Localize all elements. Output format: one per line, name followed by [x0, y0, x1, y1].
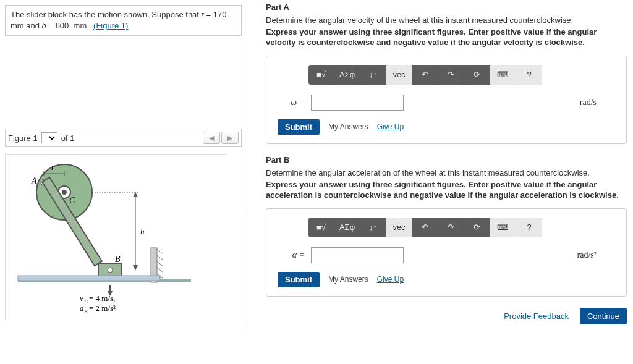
svg-line-2: [157, 249, 163, 254]
my-answers-a[interactable]: My Answers: [328, 122, 368, 131]
part-b-instruction1: Determine the angular acceleration of th…: [266, 168, 627, 177]
part-b-answer-area: ■√ ΑΣφ ↓↑ vec ↶ ↷ ⟳ ⌨ ? α = rad/s² Submi…: [266, 208, 627, 297]
label-A: A: [31, 176, 37, 185]
problem-text: The slider block has the motion shown. S…: [11, 10, 202, 19]
provide-feedback-link[interactable]: Provide Feedback: [504, 311, 569, 321]
greek-tool-b[interactable]: ΑΣφ: [334, 218, 360, 237]
svg-marker-18: [133, 192, 138, 197]
h-eq: h: [42, 21, 46, 30]
toolbar-a: ■√ ΑΣφ ↓↑ vec ↶ ↷ ⟳ ⌨ ?: [308, 65, 542, 85]
omega-unit: rad/s: [580, 98, 597, 108]
svg-point-9: [62, 190, 67, 195]
help-tool-b[interactable]: ?: [516, 218, 542, 237]
help-tool[interactable]: ?: [516, 65, 542, 85]
redo-tool[interactable]: ↷: [438, 65, 464, 85]
part-a-instruction2: Express your answer using three signific…: [266, 27, 627, 48]
svg-rect-27: [18, 276, 160, 281]
undo-tool[interactable]: ↶: [412, 65, 438, 85]
toolbar-b: ■√ ΑΣφ ↓↑ vec ↶ ↷ ⟳ ⌨ ?: [308, 218, 542, 237]
subsup-tool-b[interactable]: ↓↑: [360, 218, 386, 237]
vb-label: v: [80, 294, 83, 303]
keyboard-tool[interactable]: ⌨: [490, 65, 516, 85]
undo-tool-b[interactable]: ↶: [412, 218, 438, 237]
prev-figure-button[interactable]: ◀: [203, 132, 220, 144]
and: and: [26, 21, 41, 30]
greek-tool[interactable]: ΑΣφ: [334, 65, 360, 85]
reset-tool-b[interactable]: ⟳: [464, 218, 490, 237]
svg-line-5: [157, 268, 163, 273]
omega-label: ω =: [278, 98, 305, 108]
part-a-section: Part A Determine the angular velocity of…: [266, 2, 627, 144]
alpha-label: α =: [278, 250, 305, 260]
alpha-unit: rad/s²: [577, 250, 597, 260]
template-tool[interactable]: ■√: [308, 65, 334, 85]
svg-text:= 2 m/s²: = 2 m/s²: [89, 303, 116, 313]
problem-statement: The slider block has the motion shown. S…: [5, 5, 242, 36]
part-b-section: Part B Determine the angular acceleratio…: [266, 155, 627, 297]
continue-button[interactable]: Continue: [580, 308, 627, 324]
part-b-title: Part B: [266, 155, 627, 164]
vec-tool-b[interactable]: vec: [386, 218, 412, 237]
svg-text:B: B: [84, 308, 88, 315]
figure-select[interactable]: [41, 132, 57, 143]
part-a-instruction1: Determine the angular velocity of the wh…: [266, 15, 627, 25]
part-a-title: Part A: [266, 2, 627, 12]
vec-tool[interactable]: vec: [386, 65, 412, 85]
label-C: C: [69, 196, 75, 205]
redo-tool-b[interactable]: ↷: [438, 218, 464, 237]
give-up-a[interactable]: Give Up: [377, 122, 404, 131]
ab-label: a: [80, 303, 84, 313]
template-tool-b[interactable]: ■√: [308, 218, 334, 237]
svg-line-4: [157, 261, 163, 266]
svg-text:= 4 m/s,: = 4 m/s,: [89, 294, 115, 303]
label-h: h: [140, 227, 145, 236]
give-up-b[interactable]: Give Up: [377, 275, 404, 284]
subsup-tool[interactable]: ↓↑: [360, 65, 386, 85]
figure-label: Figure 1: [8, 133, 38, 143]
omega-input[interactable]: [311, 95, 404, 111]
part-b-instruction2: Express your answer using three signific…: [266, 180, 627, 201]
reset-tool[interactable]: ⟳: [464, 65, 490, 85]
keyboard-tool-b[interactable]: ⌨: [490, 218, 516, 237]
r-eq: r: [202, 10, 204, 19]
submit-b-button[interactable]: Submit: [278, 272, 320, 287]
period: .: [89, 21, 93, 30]
svg-point-16: [108, 268, 113, 273]
footer: Provide Feedback Continue: [266, 308, 627, 324]
next-figure-button[interactable]: ▶: [221, 132, 239, 144]
figure-image: A C r B h v B = 4 m/s, a B = 2 m/: [5, 154, 227, 321]
label-B: B: [115, 255, 121, 264]
my-answers-b[interactable]: My Answers: [328, 275, 368, 284]
svg-text:B: B: [84, 298, 88, 305]
figure-nav: Figure 1 of 1 ◀ ▶: [5, 129, 242, 147]
alpha-input[interactable]: [311, 247, 404, 263]
svg-line-3: [157, 255, 163, 260]
figure-link[interactable]: (Figure 1): [93, 21, 128, 30]
submit-a-button[interactable]: Submit: [278, 119, 320, 135]
part-a-answer-area: ■√ ΑΣφ ↓↑ vec ↶ ↷ ⟳ ⌨ ? ω = rad/s Submit…: [266, 56, 627, 144]
figure-of: of 1: [61, 133, 75, 143]
svg-marker-19: [133, 265, 138, 270]
